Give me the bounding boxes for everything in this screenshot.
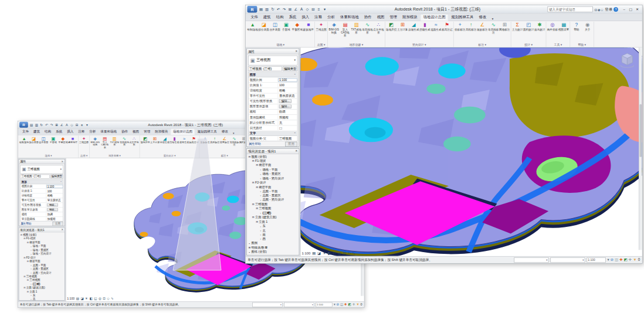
save-icon[interactable]: ▥ [264,7,269,11]
property-section-图形[interactable]: 图形⌃ [249,72,297,77]
design-option-dropdown[interactable]: ▾ [550,257,585,263]
ribbon-button-子面域[interactable]: ▣子面域 [49,136,58,144]
ribbon-button-坐标标注[interactable]: +坐标标注 [201,136,210,144]
ribbon-button-挡墙生成[interactable]: ▮挡墙生成 [170,136,179,144]
analytic-model-icon[interactable]: ∿ [111,297,114,300]
ribbon-button-标高注记[interactable]: ⚑标高注记 [442,22,452,31]
ribbon-button-道路生成[interactable]: ≈道路生成 [431,22,441,31]
edit-button[interactable]: 编辑... [279,99,292,103]
view-selector[interactable]: 三维视图: {三维} [248,66,282,71]
ribbon-tab-分析[interactable]: 分析 [325,14,337,21]
section-icon[interactable]: ⊟ [74,123,79,127]
edit-type-button[interactable]: 编辑类型 [283,66,297,71]
qat-customize-icon[interactable]: ▾ [84,123,89,127]
favorites-icon[interactable]: ☆ [601,8,604,12]
text-icon[interactable]: A [65,123,69,127]
tree-item-东[interactable]: ▫东 [248,224,299,228]
ribbon-tab-体量和场地[interactable]: 体量和场地 [99,129,119,135]
property-value[interactable]: 100 [46,189,63,193]
ribbon-button-土方计算[interactable]: ⊞土方计算 [397,22,408,31]
ribbon-button-点文件地形[interactable]: ∴点文件地形 [373,22,384,34]
undo-icon[interactable]: ↶ [276,7,281,11]
measure-icon[interactable]: ∠ [59,123,64,127]
select-underlay-icon[interactable]: ◫ [340,303,343,306]
ribbon-button-等高线地形[interactable]: ∿等高线地形 [120,136,129,146]
ribbon-button-帮助[interactable]: ?帮助 [571,22,582,31]
ribbon-tab-建筑[interactable]: 建筑 [261,14,273,21]
property-value[interactable]: 显示原状态 [46,199,63,202]
tree-item-明细表/数量[interactable]: ⊞明细表/数量 [248,246,299,250]
save-icon[interactable]: ▥ [34,123,39,127]
ribbon-group-label[interactable]: 标注 ▾ [201,154,249,158]
tree-item-总图 - 竖向设计[interactable]: ▫总图 - 竖向设计 [248,198,299,202]
view-cube[interactable] [619,52,635,70]
ribbon-button-子面域[interactable]: ▣子面域 [281,22,292,31]
ribbon-button-导入CAD地形[interactable]: ▤导入CAD地形 [340,22,350,37]
ribbon-tab-附加模块[interactable]: 附加模块 [400,14,420,21]
ribbon-group-label[interactable]: 标注 ▾ [455,43,510,47]
crop-view-icon[interactable]: ◱ [333,251,336,255]
help-icon[interactable]: ? [614,7,618,12]
application-menu-button[interactable]: R [19,122,28,128]
project-browser-header[interactable]: 项目浏览器 - 项目1 ✕ [247,149,299,154]
ribbon-button-视图设置[interactable]: ▦视图设置 [558,22,569,31]
view-scale-label[interactable]: 1:100 [67,297,74,300]
ribbon-group-label[interactable]: 地形创建 ▾ [90,154,138,158]
property-value[interactable]: 编辑... [46,203,63,207]
ribbon-button-场地开挖[interactable]: ◩场地开挖 [141,136,150,144]
ribbon-tab-系统[interactable]: 系统 [286,14,299,21]
property-value[interactable]: 按规程 [46,218,63,221]
ribbon-button-三维总图[interactable]: ✦三维总图 [316,22,326,31]
tree-item-西[interactable]: ▫西 [248,237,299,241]
ribbon-group-label[interactable]: 总图 ▾ [79,154,89,158]
shadows-icon[interactable]: ◧ [327,251,331,255]
ribbon-group-label[interactable]: 统计 ▾ [512,43,545,47]
ribbon-tab-场地设计总图[interactable]: 场地设计总图 [421,13,449,21]
property-value[interactable]: 无 [279,121,297,125]
visual-style-icon[interactable]: ◪ [80,297,83,300]
print-icon[interactable]: ⊞ [55,123,59,127]
property-value[interactable]: 按规程 [279,115,297,120]
visual-style-icon[interactable]: ◪ [317,251,321,255]
signin-button[interactable]: 登录 [605,6,612,12]
property-section-文字[interactable]: 文字⌃ [249,131,297,135]
ribbon-button-等高线地形[interactable]: ∿等高线地形 [362,22,372,34]
3d-view-icon[interactable]: ◇ [304,7,310,11]
ribbon-button-点文件地形[interactable]: ∴点文件地形 [130,136,139,146]
ribbon-button-等高线标注[interactable]: ∿等高线标注 [229,136,239,146]
thin-lines-icon[interactable]: ≡ [80,123,84,127]
properties-help-link[interactable]: 属性帮助 [21,222,31,226]
tree-item-F1-现状[interactable]: ⊟F1-现状 [248,159,299,163]
ribbon-tab-系统[interactable]: 系统 [53,129,64,135]
ribbon-button-拆分表面[interactable]: ◪拆分表面 [259,22,269,31]
tree-item-三维视图[interactable]: ⊟三维视图 [248,202,299,206]
filter-count[interactable]: 0 [638,258,640,262]
ribbon-button-绘制场地[interactable]: ▲绘制场地 [19,136,29,144]
ribbon-group-label[interactable]: 帮助 ▾ [571,43,593,47]
sun-path-icon[interactable]: ☀ [323,251,326,255]
reveal-hidden-icon[interactable]: ◎ [99,297,101,300]
ribbon-button-边坡生成[interactable]: ◢边坡生成 [160,136,170,144]
sync-icon[interactable]: ↻ [39,123,44,127]
tree-item-楼层平面[interactable]: ⊟楼层平面 [248,163,299,167]
select-links-icon[interactable]: ⊘ [337,303,340,306]
ribbon-tab-场地设计总图[interactable]: 场地设计总图 [171,129,195,135]
ribbon-options-icon[interactable]: ▾ [233,131,234,135]
editable-only-icon[interactable]: ▾ [607,258,609,262]
ribbon-tab-管理[interactable]: 管理 [141,129,152,135]
close-icon[interactable]: ✕ [61,229,63,232]
filter-icon[interactable]: ▼ [356,303,359,306]
ribbon-tab-规划园林工具[interactable]: 规划园林工具 [449,14,476,21]
ribbon-tab-注释[interactable]: 注释 [76,129,87,135]
ribbon-button-道路生成[interactable]: ≈道路生成 [179,136,189,144]
close-button[interactable]: ✕ [634,7,640,11]
redo-icon[interactable]: ↷ [49,123,54,127]
property-section-图形[interactable]: 图形⌃ [21,180,63,184]
ribbon-button-BIM-GIS转换[interactable]: ◈BIM-GIS转换 [90,136,100,146]
edit-type-button[interactable]: 编辑类型 [50,175,63,179]
select-underlay-icon[interactable]: ◫ [615,258,618,262]
filter-count[interactable]: 0 [360,303,362,306]
properties-header[interactable]: 属性 ✕ [19,159,64,164]
tree-item-场地 - 平面[interactable]: ▫场地 - 平面 [248,168,299,172]
edit-button[interactable]: 编辑... [279,104,292,108]
